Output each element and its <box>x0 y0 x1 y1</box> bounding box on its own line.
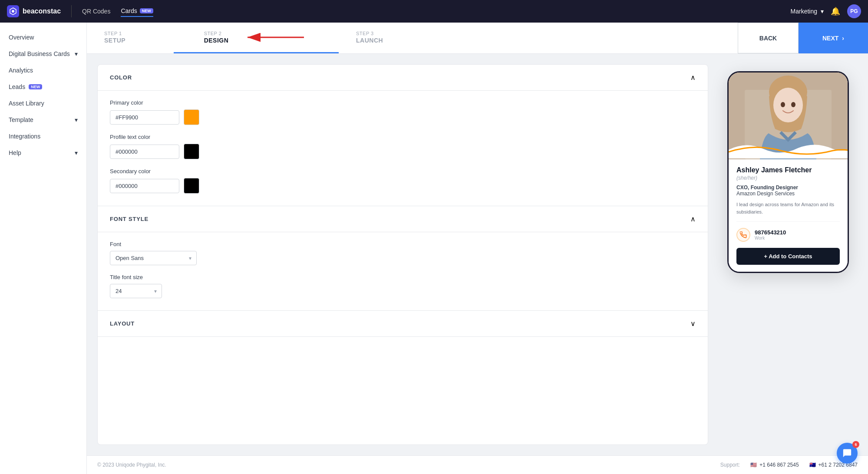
primary-color-input-row <box>110 109 696 125</box>
chat-badge: 6 <box>852 441 859 448</box>
step-design-number: Step 2 <box>204 31 229 36</box>
step-setup[interactable]: Step 1 SETUP <box>87 23 174 53</box>
sidebar-item-help[interactable]: Help ▾ <box>0 145 86 161</box>
phone-au-number: +61 2 7202 6847 <box>818 462 858 468</box>
font-group: Font Open Sans Roboto Lato Montserrat Po… <box>110 241 696 265</box>
main-content: Step 1 SETUP Step 2 DESIGN <box>87 23 868 474</box>
color-collapse-icon: ∧ <box>690 73 696 82</box>
primary-color-input[interactable] <box>110 110 179 125</box>
font-label: Font <box>110 241 696 247</box>
secondary-color-input[interactable] <box>110 179 179 193</box>
help-label: Help <box>9 149 21 156</box>
secondary-color-label: Secondary color <box>110 168 696 174</box>
nav-qr-codes[interactable]: QR Codes <box>82 6 110 16</box>
font-select[interactable]: Open Sans Roboto Lato Montserrat Poppins <box>110 251 197 265</box>
phone-icon <box>736 228 750 242</box>
sidebar-item-leads[interactable]: Leads NEW <box>0 79 86 95</box>
title-font-size-group: Title font size 16 18 20 22 24 26 28 <box>110 274 696 298</box>
wave-decoration <box>729 141 848 159</box>
title-font-size-label: Title font size <box>110 274 696 280</box>
card-company: Amazon Design Services <box>736 191 840 197</box>
sidebar: Overview Digital Business Cards ▾ Analyt… <box>0 23 87 474</box>
phone-card-body: Ashley James Fletcher (she/her) CXO, Fou… <box>729 159 848 272</box>
next-arrow-icon: › <box>842 35 844 42</box>
cards-badge: NEW <box>140 8 153 13</box>
sidebar-item-digital-business-cards[interactable]: Digital Business Cards ▾ <box>0 46 86 62</box>
next-label: NEXT <box>822 35 838 42</box>
template-label: Template <box>9 116 33 123</box>
phone-profile-image <box>729 72 848 159</box>
analytics-label: Analytics <box>9 67 33 74</box>
nav-links: QR Codes Cards NEW <box>82 6 153 17</box>
color-section-title: COLOR <box>110 74 132 81</box>
back-button[interactable]: BACK <box>738 23 799 53</box>
layout-section-header[interactable]: LAYOUT ∨ <box>98 311 708 337</box>
step-design[interactable]: Step 2 DESIGN <box>174 23 339 53</box>
flag-us-icon: 🇺🇸 <box>750 462 757 468</box>
user-avatar[interactable]: PG <box>847 4 861 18</box>
color-section-body: Primary color Profile text color <box>98 91 708 206</box>
chevron-down-icon: ▾ <box>821 8 824 15</box>
layout-section: LAYOUT ∨ <box>98 311 708 337</box>
font-select-wrapper: Open Sans Roboto Lato Montserrat Poppins… <box>110 251 197 265</box>
logo-text: beaconstac <box>23 7 61 15</box>
footer-phone-us[interactable]: 🇺🇸 +1 646 867 2545 <box>750 462 799 468</box>
leads-badge: NEW <box>29 84 42 89</box>
workspace-selector[interactable]: Marketing ▾ <box>791 8 824 15</box>
step-launch[interactable]: Step 3 LAUNCH <box>339 23 426 53</box>
nav-cards[interactable]: Cards NEW <box>121 6 153 17</box>
step-setup-label: SETUP <box>104 37 156 44</box>
primary-color-group: Primary color <box>110 99 696 125</box>
svg-point-9 <box>773 88 803 122</box>
user-initials: PG <box>850 8 858 14</box>
profile-text-color-swatch[interactable] <box>184 144 199 159</box>
card-phone-number: 9876543210 <box>755 229 786 236</box>
nav-cards-label: Cards <box>121 7 137 14</box>
stepbar: Step 1 SETUP Step 2 DESIGN <box>87 23 868 54</box>
secondary-color-swatch[interactable] <box>184 178 199 194</box>
design-panel: COLOR ∧ Primary color Profile text <box>97 64 708 445</box>
sidebar-item-overview[interactable]: Overview <box>0 30 86 45</box>
phone-contact-row: 9876543210 Work <box>736 228 840 242</box>
overview-label: Overview <box>9 34 34 41</box>
layout-section-title: LAYOUT <box>110 320 135 327</box>
next-button[interactable]: NEXT › <box>799 23 868 53</box>
profile-text-color-label: Profile text color <box>110 134 696 140</box>
asset-library-label: Asset Library <box>9 100 44 107</box>
sidebar-item-analytics[interactable]: Analytics <box>0 63 86 78</box>
leads-label: Leads <box>9 83 25 90</box>
profile-text-color-input[interactable] <box>110 145 179 159</box>
layout-expand-icon: ∨ <box>690 319 696 328</box>
step-launch-label: LAUNCH <box>356 37 408 44</box>
contact-info: 9876543210 Work <box>755 229 786 240</box>
sidebar-item-asset-library[interactable]: Asset Library <box>0 95 86 111</box>
app-body: Overview Digital Business Cards ▾ Analyt… <box>0 23 868 474</box>
title-font-size-select[interactable]: 16 18 20 22 24 26 28 <box>110 284 162 298</box>
secondary-color-input-row <box>110 178 696 194</box>
svg-point-11 <box>791 102 795 107</box>
app-logo[interactable]: beaconstac <box>7 5 61 17</box>
phone-us-number: +1 646 867 2545 <box>759 462 799 468</box>
content-area: COLOR ∧ Primary color Profile text <box>87 54 868 455</box>
chat-bubble[interactable]: 6 <box>837 443 858 464</box>
profile-text-color-input-row <box>110 144 696 159</box>
logo-icon <box>7 5 19 17</box>
color-section-header[interactable]: COLOR ∧ <box>98 65 708 91</box>
sidebar-item-integrations[interactable]: Integrations <box>0 128 86 144</box>
sidebar-item-template[interactable]: Template ▾ <box>0 112 86 128</box>
card-bio: I lead design across teams for Amazon an… <box>736 201 840 222</box>
chevron-down-icon: ▾ <box>75 116 78 123</box>
add-to-contacts-button[interactable]: + Add to Contacts <box>736 248 840 265</box>
card-phone-type: Work <box>755 236 786 240</box>
chevron-down-icon: ▾ <box>75 149 78 156</box>
font-section-header[interactable]: FONT STYLE ∧ <box>98 206 708 232</box>
color-section: COLOR ∧ Primary color Profile text <box>98 65 708 206</box>
font-collapse-icon: ∧ <box>690 215 696 223</box>
notification-bell[interactable]: 🔔 <box>831 7 840 16</box>
primary-color-swatch[interactable] <box>184 109 199 125</box>
footer: © 2023 Uniqode Phygital, Inc. Support: 🇺… <box>87 455 868 474</box>
profile-text-color-group: Profile text color <box>110 134 696 159</box>
footer-support: Support: 🇺🇸 +1 646 867 2545 🇦🇺 +61 2 720… <box>720 462 858 468</box>
secondary-color-group: Secondary color <box>110 168 696 194</box>
svg-point-1 <box>12 10 14 13</box>
